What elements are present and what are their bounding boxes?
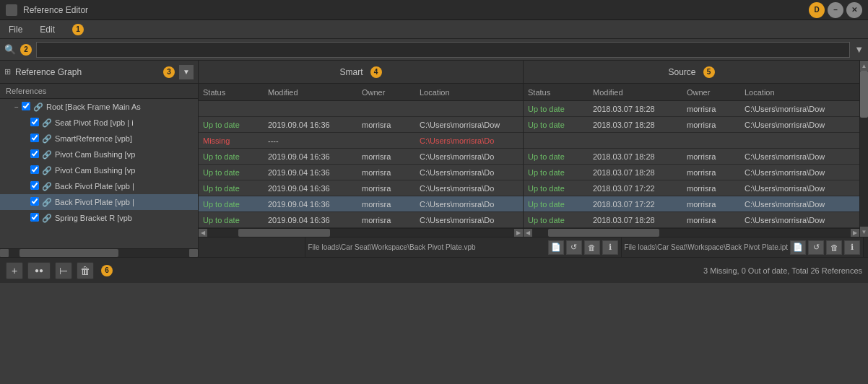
vscroll-down[interactable]: ▼ bbox=[860, 227, 868, 237]
left-scrollbar[interactable] bbox=[0, 248, 198, 257]
tree-item-label-cam1: Pivot Cam Bushing [vp bbox=[55, 150, 135, 159]
source-hscroll-left[interactable]: ◀ bbox=[524, 229, 532, 237]
source-file-btn-4[interactable]: ℹ bbox=[844, 240, 860, 255]
table-row[interactable]: Up to date 2019.09.04 16:36 morrisra C:\… bbox=[199, 117, 523, 133]
source-th-modified: Modified bbox=[589, 88, 682, 97]
source-td-modified-1: 2018.03.07 18:28 bbox=[589, 121, 682, 129]
tree-item-pivot-cam-1[interactable]: 🔗 Pivot Cam Bushing [vp bbox=[0, 147, 198, 162]
file-bar-left bbox=[199, 237, 305, 257]
smart-column: Smart 4 Status Modified Owner Location bbox=[199, 61, 524, 237]
smart-td-status-3: Up to date bbox=[199, 152, 264, 161]
smart-td-location-6: C:\Users\morrisra\Do bbox=[415, 200, 523, 209]
source-td-modified-6: 2018.03.07 17:22 bbox=[589, 200, 682, 209]
smart-hscroll-left[interactable]: ◀ bbox=[199, 229, 207, 237]
table-row[interactable]: Up to date 2018.03.07 18:28 morrisra C:\… bbox=[524, 212, 859, 228]
table-row[interactable]: Up to date 2018.03.07 17:22 morrisra C:\… bbox=[524, 180, 859, 196]
search-input[interactable] bbox=[36, 42, 850, 58]
tree-item-label-spring: Spring Bracket R [vpb bbox=[55, 214, 132, 222]
references-section: References − 🔗 Root [Back Frame Main As bbox=[0, 84, 198, 248]
smart-file-path: File loads\Car Seat\Workspace\Back Pivot… bbox=[308, 243, 546, 251]
smart-td-owner-6: morrisra bbox=[357, 200, 415, 209]
table-row[interactable]: Up to date 2018.03.07 18:28 morrisra C:\… bbox=[524, 101, 859, 117]
source-file-btn-1[interactable]: 📄 bbox=[790, 240, 806, 255]
tree-container[interactable]: − 🔗 Root [Back Frame Main As 🔗 Seat Pivo… bbox=[0, 99, 198, 248]
source-td-modified-5: 2018.03.07 17:22 bbox=[589, 184, 682, 193]
source-badge: 5 bbox=[703, 66, 715, 78]
source-hscroll-track[interactable] bbox=[532, 229, 851, 237]
smart-col-header: Smart 4 bbox=[199, 61, 523, 84]
table-row[interactable]: Up to date 2019.09.04 16:36 morrisra C:\… bbox=[199, 149, 523, 165]
smart-th-status: Status bbox=[199, 88, 264, 97]
table-row-selected[interactable]: Up to date 2019.09.04 16:36 morrisra C:\… bbox=[199, 196, 523, 212]
tree-check-spring[interactable] bbox=[30, 213, 40, 224]
source-file-btn-3[interactable]: 🗑 bbox=[826, 240, 842, 255]
smart-td-location-3: C:\Users\morrisra\Do bbox=[415, 152, 523, 161]
source-td-modified-4: 2018.03.07 18:28 bbox=[589, 168, 682, 177]
tree-button[interactable]: ⊢ bbox=[55, 262, 72, 279]
smart-hscroll[interactable]: ◀ ▶ bbox=[199, 228, 523, 237]
vscroll-track[interactable] bbox=[860, 71, 868, 227]
panel-header-icon: ⊞ bbox=[4, 67, 11, 77]
tree-item-smart-ref[interactable]: 🔗 SmartReference [vpb] bbox=[0, 131, 198, 147]
main-panels: ⊞ Reference Graph 3 ▼ References − 🔗 Roo… bbox=[0, 61, 868, 257]
table-row[interactable]: Up to date 2018.03.07 18:28 morrisra C:\… bbox=[524, 117, 859, 133]
source-file-btn-2[interactable]: ↺ bbox=[808, 240, 824, 255]
smart-file-btn-2[interactable]: ↺ bbox=[566, 240, 582, 255]
smart-td-modified-7: 2019.09.04 16:36 bbox=[264, 216, 357, 224]
smart-th-location: Location bbox=[415, 88, 523, 97]
tree-expand-root[interactable]: − bbox=[12, 103, 22, 111]
tree-item-pivot-cam-2[interactable]: 🔗 Pivot Cam Bushing [vp bbox=[0, 162, 198, 178]
table-row-selected[interactable]: Up to date 2018.03.07 17:22 morrisra C:\… bbox=[524, 196, 859, 212]
tree-check-smart[interactable] bbox=[30, 134, 40, 144]
filter-icon[interactable]: ▼ bbox=[854, 44, 864, 55]
table-row[interactable] bbox=[199, 101, 523, 117]
smart-hscroll-right[interactable]: ▶ bbox=[514, 229, 523, 237]
vscroll-up[interactable]: ▲ bbox=[860, 61, 868, 71]
source-td-location-0: C:\Users\morrisra\Dow bbox=[740, 105, 859, 113]
table-row[interactable]: Up to date 2019.09.04 16:36 morrisra C:\… bbox=[199, 165, 523, 180]
smart-td-owner-3: morrisra bbox=[357, 152, 415, 161]
tree-item-seat-pivot[interactable]: 🔗 Seat Pivot Rod [vpb | i bbox=[0, 115, 198, 131]
tree-check-bp1[interactable] bbox=[30, 181, 40, 192]
tree-check-cam2[interactable] bbox=[30, 165, 40, 176]
tree-item-label-bp2: Back Pivot Plate [vpb | bbox=[55, 198, 134, 206]
source-th-owner: Owner bbox=[682, 88, 740, 97]
tree-item-spring[interactable]: 🔗 Spring Bracket R [vpb bbox=[0, 210, 198, 226]
smart-file-btn-4[interactable]: ℹ bbox=[602, 240, 618, 255]
tree-item-root[interactable]: − 🔗 Root [Back Frame Main As bbox=[0, 99, 198, 115]
table-row[interactable] bbox=[524, 133, 859, 149]
table-row[interactable]: Up to date 2018.03.07 18:28 morrisra C:\… bbox=[524, 149, 859, 165]
panel-dropdown-btn[interactable]: ▼ bbox=[179, 65, 194, 79]
tree-item-back-pivot-1[interactable]: 🔗 Back Pivot Plate [vpb | bbox=[0, 178, 198, 194]
table-row[interactable]: Up to date 2018.03.07 18:28 morrisra C:\… bbox=[524, 165, 859, 180]
table-row[interactable]: Up to date 2019.09.04 16:36 morrisra C:\… bbox=[199, 180, 523, 196]
dots-button[interactable]: ●● bbox=[27, 262, 51, 279]
table-row[interactable]: Up to date 2019.09.04 16:36 morrisra C:\… bbox=[199, 212, 523, 228]
tree-link-icon-bp2: 🔗 bbox=[42, 198, 52, 207]
smart-file-btn-3[interactable]: 🗑 bbox=[584, 240, 600, 255]
tree-check-cam1[interactable] bbox=[30, 149, 40, 160]
add-button[interactable]: + bbox=[6, 262, 23, 279]
source-td-modified-3: 2018.03.07 18:28 bbox=[589, 152, 682, 161]
tree-item-back-pivot-2[interactable]: 🔗 Back Pivot Plate [vpb | bbox=[0, 194, 198, 210]
source-hscroll[interactable]: ◀ ▶ bbox=[524, 228, 859, 237]
table-row[interactable]: Missing ---- C:\Users\morrisra\Do bbox=[199, 133, 523, 149]
file-bars: File loads\Car Seat\Workspace\Back Pivot… bbox=[199, 237, 868, 257]
tree-check-seat[interactable] bbox=[30, 118, 40, 128]
tree-check-root[interactable] bbox=[22, 102, 32, 113]
vertical-scrollbar[interactable]: ▲ ▼ bbox=[859, 61, 868, 237]
smart-td-owner-1: morrisra bbox=[357, 121, 415, 129]
d-button[interactable]: D bbox=[809, 2, 825, 18]
file-menu[interactable]: File bbox=[6, 23, 25, 36]
bottom-toolbar: + ●● ⊢ 🗑 6 3 Missing, 0 Out of date, Tot… bbox=[0, 257, 868, 283]
smart-file-btn-1[interactable]: 📄 bbox=[548, 240, 564, 255]
smart-td-location-5: C:\Users\morrisra\Do bbox=[415, 184, 523, 193]
source-hscroll-right[interactable]: ▶ bbox=[851, 229, 859, 237]
delete-button[interactable]: 🗑 bbox=[77, 262, 94, 279]
source-th-location: Location bbox=[740, 88, 859, 97]
smart-hscroll-track[interactable] bbox=[207, 229, 514, 237]
edit-menu[interactable]: Edit bbox=[37, 23, 58, 36]
minimize-button[interactable]: – bbox=[828, 2, 843, 18]
tree-check-bp2[interactable] bbox=[30, 197, 40, 208]
close-button[interactable]: ✕ bbox=[846, 2, 862, 18]
